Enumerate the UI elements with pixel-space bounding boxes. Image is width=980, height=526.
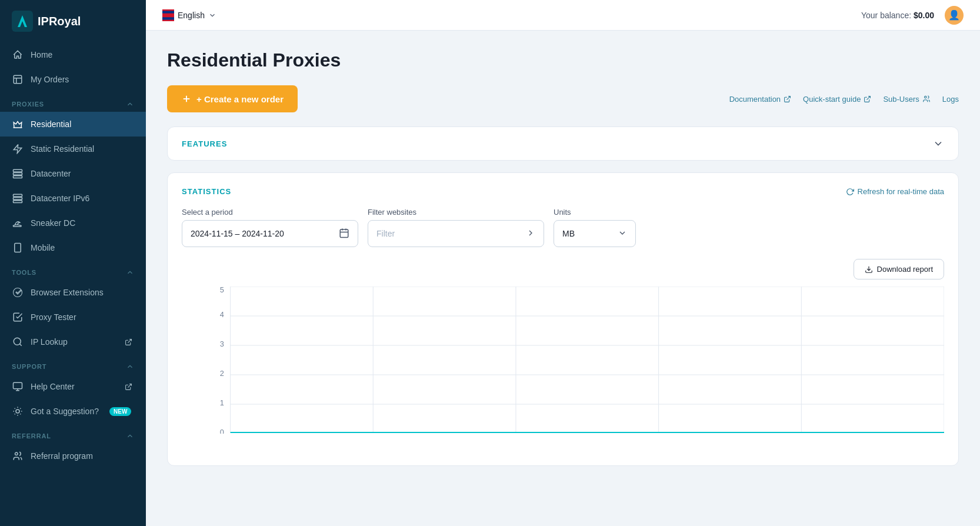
svg-rect-31: [340, 229, 348, 238]
statistics-label: STATISTICS: [182, 187, 231, 196]
statistics-header: STATISTICS Refresh for real-time data: [182, 187, 944, 196]
sidebar-item-static-residential-label: Static Residential: [31, 144, 94, 154]
svg-rect-6: [14, 173, 22, 175]
refresh-button[interactable]: Refresh for real-time data: [846, 187, 944, 196]
language-selector[interactable]: English: [162, 9, 216, 21]
new-badge: New: [109, 407, 131, 416]
bolt-icon: [12, 143, 24, 155]
sidebar-item-static-residential[interactable]: Static Residential: [0, 137, 146, 161]
sidebar-item-datacenter-ipv6[interactable]: Datacenter IPv6: [0, 186, 146, 211]
sidebar-item-got-suggestion-label: Got a Suggestion?: [31, 407, 99, 416]
download-report-button[interactable]: Download report: [854, 259, 944, 279]
period-input[interactable]: 2024-11-15 – 2024-11-20: [182, 220, 358, 247]
topbar: English Your balance: $0.00 👤: [146, 0, 980, 31]
datacenter-ipv6-icon: [12, 192, 24, 204]
features-label: FEATURES: [182, 139, 227, 148]
download-row: Download report: [182, 259, 944, 279]
sidebar-item-residential[interactable]: Residential: [0, 112, 146, 137]
crown-icon: [12, 118, 24, 130]
features-card: FEATURES: [167, 126, 959, 161]
sidebar-item-mobile[interactable]: Mobile: [0, 235, 146, 260]
svg-rect-23: [162, 13, 174, 17]
sidebar-item-datacenter[interactable]: Datacenter: [0, 161, 146, 186]
svg-line-15: [128, 339, 131, 342]
sidebar-item-sneaker-dc-label: Sneaker DC: [31, 218, 75, 228]
action-links: Documentation Quick-start guide Sub-User…: [729, 95, 959, 104]
svg-rect-8: [14, 194, 22, 197]
svg-line-14: [19, 344, 21, 345]
proxies-section-label: PROXIES: [0, 92, 146, 112]
referral-icon: [12, 450, 24, 462]
documentation-link[interactable]: Documentation: [729, 95, 791, 104]
sneaker-icon: [12, 217, 24, 229]
sidebar-item-ip-lookup[interactable]: IP Lookup: [0, 329, 146, 354]
plus-icon: [181, 94, 192, 104]
create-order-button[interactable]: + Create a new order: [167, 85, 298, 112]
logo-icon: [12, 11, 33, 32]
svg-rect-7: [14, 176, 22, 178]
logo[interactable]: IPRoyal: [0, 0, 146, 42]
download-icon: [865, 265, 873, 274]
units-select[interactable]: MB: [554, 220, 636, 247]
svg-rect-24: [162, 9, 174, 11]
svg-line-29: [867, 96, 871, 99]
lightbulb-icon: [12, 405, 24, 417]
svg-point-20: [16, 410, 19, 413]
features-card-header: FEATURES: [168, 127, 958, 160]
units-chevron-icon: [618, 228, 627, 239]
doc-external-icon: [784, 95, 791, 103]
sub-users-link[interactable]: Sub-Users: [883, 95, 930, 104]
logs-link[interactable]: Logs: [942, 95, 959, 104]
website-filter-input[interactable]: Filter: [368, 220, 544, 247]
statistics-card: STATISTICS Refresh for real-time data Se…: [167, 172, 959, 466]
sidebar-item-help-center-label: Help Center: [31, 382, 75, 391]
sidebar-item-got-suggestion[interactable]: Got a Suggestion? New: [0, 399, 146, 424]
svg-rect-11: [15, 244, 21, 252]
sidebar-item-home-label: Home: [31, 50, 52, 59]
svg-line-28: [787, 96, 791, 99]
tools-collapse-icon[interactable]: [126, 268, 134, 277]
period-label: Select a period: [182, 208, 358, 217]
sidebar-item-proxy-tester[interactable]: Proxy Tester: [0, 305, 146, 329]
support-collapse-icon[interactable]: [126, 362, 134, 371]
svg-rect-16: [14, 382, 22, 389]
svg-text:5: 5: [220, 287, 224, 294]
sidebar-item-datacenter-ipv6-label: Datacenter IPv6: [31, 194, 89, 203]
sidebar-item-referral[interactable]: Referral program: [0, 444, 146, 468]
sidebar-item-sneaker-dc[interactable]: Sneaker DC: [0, 211, 146, 235]
language-chevron-icon: [208, 11, 216, 19]
action-bar: + Create a new order Documentation Quick…: [167, 85, 959, 112]
sidebar-item-home[interactable]: Home: [0, 42, 146, 67]
sidebar-item-referral-label: Referral program: [31, 451, 93, 461]
sidebar-item-browser-extensions[interactable]: Browser Extensions: [0, 280, 146, 305]
svg-text:2: 2: [220, 369, 224, 378]
svg-rect-5: [14, 169, 22, 172]
sidebar-nav: Home My Orders PROXIES Residential Stati…: [0, 42, 146, 526]
balance-label: Your balance: $0.00: [861, 11, 934, 20]
svg-text:3: 3: [220, 340, 224, 348]
chart-area: 0 1 2 3 4 5 11-15 11-16 11-17 11-18 11-1…: [182, 287, 944, 451]
sidebar-item-my-orders[interactable]: My Orders: [0, 67, 146, 92]
sidebar: IPRoyal Home My Orders PROXIES Residenti…: [0, 0, 146, 526]
tools-section-label: TOOLS: [0, 260, 146, 280]
svg-text:0: 0: [220, 428, 224, 434]
svg-point-21: [15, 452, 18, 455]
features-chevron-icon[interactable]: [932, 138, 944, 149]
topbar-right: Your balance: $0.00 👤: [861, 6, 964, 25]
page-content: Residential Proxies + Create a new order…: [146, 31, 980, 526]
language-flag-icon: [162, 9, 174, 21]
proxies-collapse-icon[interactable]: [126, 100, 134, 108]
sidebar-item-help-center[interactable]: Help Center: [0, 374, 146, 399]
sidebar-item-datacenter-label: Datacenter: [31, 169, 71, 178]
referral-collapse-icon[interactable]: [126, 432, 134, 440]
external-link-icon: [122, 336, 134, 348]
units-filter-group: Units MB: [554, 208, 636, 247]
sidebar-item-my-orders-label: My Orders: [31, 75, 69, 84]
quick-start-link[interactable]: Quick-start guide: [803, 95, 871, 104]
svg-text:4: 4: [220, 311, 224, 319]
help-icon: [12, 381, 24, 392]
logo-text: IPRoyal: [38, 15, 81, 28]
sub-users-icon: [922, 95, 931, 103]
user-avatar[interactable]: 👤: [945, 6, 964, 25]
home-icon: [12, 49, 24, 61]
